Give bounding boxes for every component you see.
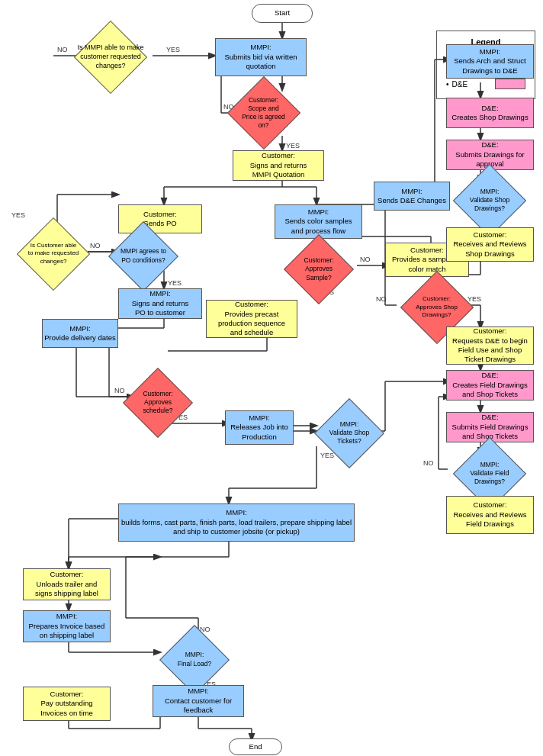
flowchart-container: Legend • Customer • MMPI • D&E YES [0, 0, 543, 756]
n17-text: Customer:Receives and ReviewsShop Drawin… [453, 230, 526, 259]
n13-node: MMPI:Contact customer forfeedback [153, 685, 244, 717]
n14-text: MMPI:Sends Arch and StructDrawings to D&… [454, 47, 526, 76]
d7-diamond: MMPI:Validate ShopDrawings? [448, 175, 532, 225]
d6-text: Customer:Approves ShopDrawings? [414, 294, 459, 320]
n18-text: MMPI:Sends D&E Changes [378, 187, 446, 206]
n2-node: Customer:Signs and returnsMMPI Quotation [233, 150, 324, 181]
n9-node: MMPI:builds forms, cast parts, finish pa… [118, 503, 355, 542]
n22-node: Customer:Receives and ReviewsField Drawi… [446, 496, 534, 534]
n12-text: Customer:Pay outstandingInvoices on time [40, 690, 93, 718]
d7-text: MMPI:Validate ShopDrawings? [468, 186, 511, 214]
d1-text: Is MMPI able to make customer requested … [72, 42, 149, 72]
n17-node: Customer:Receives and ReviewsShop Drawin… [446, 227, 534, 262]
n5-text: MMPI:Signs and returnsPO to customer [132, 289, 188, 317]
d10-text: MMPI:Validate FieldDrawings? [469, 459, 511, 487]
n1-node: MMPI:Submits bid via writtenquotation [215, 38, 307, 76]
n8-node: MMPI:Releases Job intoProduction [225, 410, 294, 445]
svg-text:YES: YES [11, 211, 25, 219]
d5-diamond: Customer:ApprovesSample? [281, 243, 357, 296]
n19-text: Customer:Requests D&E to beginField Use … [452, 327, 528, 364]
n7-text: Customer:Provides precastproduction sequ… [218, 300, 285, 337]
d3-text: Is Customer ableto make requestedchanges… [27, 240, 80, 267]
n7-node: Customer:Provides precastproduction sequ… [206, 300, 297, 338]
d4-diamond: MMPI agrees toPO conditions? [105, 231, 182, 281]
svg-text:YES: YES [166, 46, 180, 53]
n2-text: Customer:Signs and returnsMMPI Quotation [250, 151, 307, 179]
svg-text:NO: NO [376, 295, 387, 303]
n18-node: MMPI:Sends D&E Changes [374, 182, 450, 211]
n22-text: Customer:Receives and ReviewsField Drawi… [453, 500, 526, 529]
n20-text: D&E:Creates Field Drawingsand Shop Ticke… [452, 371, 528, 399]
n11-text: MMPI:Prepares Invoice basedon shipping l… [29, 612, 105, 640]
svg-text:NO: NO [57, 46, 68, 53]
d8-diamond: Customer:Approvesschedule? [120, 378, 196, 427]
legend-color-dne [495, 79, 525, 89]
d8-text: Customer:Approvesschedule? [141, 388, 174, 417]
n1-text: MMPI:Submits bid via writtenquotation [224, 43, 297, 71]
end-node: End [229, 738, 282, 755]
d4-text: MMPI agrees toPO conditions? [119, 246, 168, 265]
start-node: Start [252, 4, 313, 23]
d10-diamond: MMPI:Validate FieldDrawings? [448, 449, 532, 498]
n3-node: Customer:Sends PO [118, 204, 202, 233]
svg-text:NO: NO [90, 242, 101, 249]
end-label: End [249, 742, 262, 751]
n11-node: MMPI:Prepares Invoice basedon shipping l… [23, 610, 111, 642]
n15-node: D&E:Creates Shop Drawings [446, 98, 534, 128]
n20-node: D&E:Creates Field Drawingsand Shop Ticke… [446, 370, 534, 401]
d5-text: Customer:ApprovesSample? [302, 255, 335, 283]
d2-diamond: Customer:Scope andPrice is agreedon? [227, 82, 300, 143]
n5-node: MMPI:Signs and returnsPO to customer [118, 288, 202, 319]
n8-text: MMPI:Releases Job intoProduction [230, 413, 288, 442]
start-label: Start [275, 8, 290, 18]
d3-diamond: Is Customer ableto make requestedchanges… [15, 225, 92, 282]
d11-text: MMPI:Final Load? [176, 649, 213, 669]
n19-node: Customer:Requests D&E to beginField Use … [446, 327, 534, 365]
d9-text: MMPI:Validate ShopTickets? [328, 419, 371, 447]
d9-diamond: MMPI:Validate ShopTickets? [311, 408, 387, 458]
n6-text: MMPI:Provide delivery dates [44, 324, 115, 343]
legend-label-dne: D&E [452, 80, 468, 88]
d11-diamond: MMPI:Final Load? [156, 635, 233, 684]
n4-text: MMPI:Sends color samplesand process flow [284, 207, 352, 236]
n15-text: D&E:Creates Shop Drawings [451, 104, 528, 123]
d1-diamond: Is MMPI able to make customer requested … [72, 31, 149, 84]
n10-node: Customer:Unloads trailer andsigns shippi… [23, 568, 111, 600]
n6-node: MMPI:Provide delivery dates [42, 319, 118, 348]
legend-item-dne: • D&E [446, 79, 525, 89]
n3-text: Customer:Sends PO [143, 210, 177, 229]
n9-text: MMPI:builds forms, cast parts, finish pa… [119, 508, 354, 536]
svg-text:NO: NO [360, 256, 371, 263]
n12-node: Customer:Pay outstandingInvoices on time [23, 687, 111, 721]
n13-text: MMPI:Contact customer forfeedback [165, 687, 232, 715]
n10-text: Customer:Unloads trailer andsigns shippi… [35, 570, 98, 598]
n14-node: MMPI:Sends Arch and StructDrawings to D&… [446, 44, 534, 79]
d2-text: Customer:Scope andPrice is agreedon? [240, 95, 287, 131]
svg-text:NO: NO [423, 459, 434, 467]
